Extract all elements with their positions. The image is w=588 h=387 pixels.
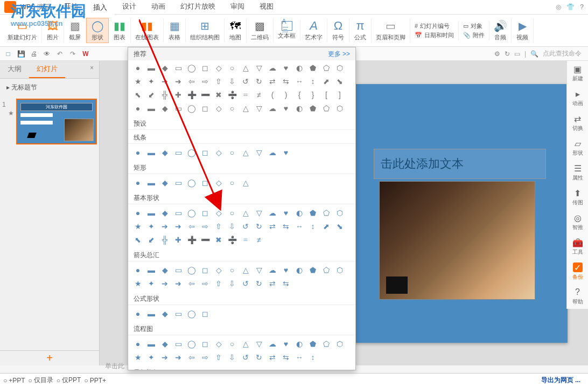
shape-item[interactable]: ⇄ xyxy=(268,77,277,86)
shape-item[interactable]: ⇦ xyxy=(187,279,196,288)
shape-item[interactable]: ◻ xyxy=(201,209,209,217)
shape-item[interactable]: ◯ xyxy=(187,104,196,113)
shape-item[interactable]: ◯ xyxy=(187,340,196,348)
shape-item[interactable]: ◯ xyxy=(187,266,196,274)
shape-item[interactable]: ◻ xyxy=(201,64,209,72)
shape-item[interactable]: ▬ xyxy=(147,178,156,187)
shape-item[interactable]: ⬠ xyxy=(322,104,331,113)
shape-item[interactable]: ⇩ xyxy=(228,279,236,288)
shape-item[interactable]: ▭ xyxy=(174,104,183,113)
shape-item[interactable]: ♥ xyxy=(282,209,290,217)
shape-item[interactable]: ○ xyxy=(228,64,236,72)
ribbon-screenshot[interactable]: ▩截屏 xyxy=(64,18,86,43)
shape-item[interactable]: ✚ xyxy=(174,236,183,244)
shape-item[interactable]: ▭ xyxy=(174,340,183,348)
shape-item[interactable]: ◯ xyxy=(187,178,196,187)
shape-item[interactable]: ( xyxy=(268,91,277,99)
shape-item[interactable]: ⬡ xyxy=(335,209,344,217)
ribbon-textbox[interactable]: A三文本框 xyxy=(274,20,300,41)
shape-item[interactable]: ⬉ xyxy=(134,91,142,99)
shape-item[interactable]: ⇆ xyxy=(282,353,290,362)
ribbon-audio[interactable]: 🔊音频 xyxy=(489,18,512,43)
shape-item[interactable]: ○ xyxy=(228,266,236,274)
shape-item[interactable]: ● xyxy=(134,209,142,217)
ribbon-object[interactable]: ▭对象 xyxy=(463,22,485,30)
shape-item[interactable]: ↔ xyxy=(295,353,304,362)
shape-item[interactable]: ⬡ xyxy=(335,64,344,72)
ribbon-chart[interactable]: ▮▮图表 xyxy=(109,18,131,43)
shape-item[interactable]: ⬠ xyxy=(322,64,331,72)
shape-item[interactable]: ☁ xyxy=(268,64,277,72)
shape-item[interactable]: ▽ xyxy=(255,209,263,217)
shape-item[interactable]: ⇩ xyxy=(228,77,236,86)
shape-item[interactable]: ▬ xyxy=(147,64,156,72)
slide-textbox[interactable]: 击此处添加文本 xyxy=(374,149,546,179)
shape-item[interactable]: ⬊ xyxy=(335,222,344,231)
shape-item[interactable]: ◐ xyxy=(295,266,304,274)
side-shape[interactable]: ▱形状 xyxy=(572,139,583,157)
ribbon-org-chart[interactable]: ⊞组织结构图 xyxy=(186,18,225,43)
tab-slideshow[interactable]: 幻灯片放映 xyxy=(173,0,223,16)
outline-tab-outline[interactable]: 大纲 xyxy=(0,61,29,78)
shape-item[interactable]: ➔ xyxy=(160,353,169,362)
side-new[interactable]: ▣新建 xyxy=(572,64,583,82)
shape-item[interactable]: ↻ xyxy=(255,222,263,231)
shape-item[interactable]: ↕ xyxy=(309,353,317,362)
section-label[interactable]: ▸ 无标题节 xyxy=(0,79,99,96)
shape-item[interactable]: ➜ xyxy=(174,279,183,288)
tab-animation[interactable]: 动画 xyxy=(144,0,173,16)
shape-item[interactable]: ● xyxy=(134,266,142,274)
shape-item[interactable]: ⇨ xyxy=(201,222,209,231)
shape-item[interactable]: ↻ xyxy=(255,353,263,362)
shape-item[interactable]: ➖ xyxy=(201,91,209,99)
shape-item[interactable]: ◆ xyxy=(160,64,169,72)
shape-item[interactable]: ↺ xyxy=(241,77,250,86)
shape-item[interactable]: ⇧ xyxy=(214,279,223,288)
shape-item[interactable]: ▭ xyxy=(174,64,183,72)
search-icon[interactable]: 🔍 xyxy=(530,50,538,58)
radio-only-ppt[interactable]: ○仅PPT xyxy=(57,376,81,385)
shape-item[interactable]: ○ xyxy=(228,209,236,217)
shape-item[interactable]: ＝ xyxy=(241,236,250,244)
ribbon-video[interactable]: ▶视频 xyxy=(512,18,534,43)
search-placeholder[interactable]: 点此查找命令 xyxy=(543,49,582,58)
shape-item[interactable]: ⬠ xyxy=(322,266,331,274)
shape-item[interactable]: ● xyxy=(134,104,142,113)
shape-item[interactable]: ⬈ xyxy=(322,222,331,231)
shape-item[interactable]: △ xyxy=(241,148,250,157)
shape-item[interactable]: ★ xyxy=(134,77,142,86)
shape-item[interactable]: △ xyxy=(241,64,250,72)
shape-item[interactable]: ⬟ xyxy=(309,209,317,217)
shape-item[interactable]: ● xyxy=(134,178,142,187)
shape-item[interactable]: ╬ xyxy=(160,236,169,244)
shape-item[interactable]: ○ xyxy=(228,178,236,187)
shape-item[interactable]: ⬡ xyxy=(335,340,344,348)
help-icon[interactable]: ? xyxy=(580,3,584,11)
shape-item[interactable]: ⇧ xyxy=(214,353,223,362)
ribbon-wordart[interactable]: A艺术字 xyxy=(300,18,327,43)
shape-item[interactable]: ● xyxy=(134,64,142,72)
shape-item[interactable]: ▭ xyxy=(174,148,183,157)
shape-item[interactable]: ⬈ xyxy=(322,77,331,86)
shape-item[interactable]: ⬟ xyxy=(309,64,317,72)
shape-item[interactable]: ╬ xyxy=(160,91,169,99)
shape-item[interactable]: ➜ xyxy=(174,77,183,86)
shape-item[interactable]: ○ xyxy=(228,148,236,157)
shape-item[interactable]: ✖ xyxy=(214,236,223,244)
shape-item[interactable]: ▭ xyxy=(174,178,183,187)
shape-item[interactable]: ◐ xyxy=(295,64,304,72)
ribbon-header-footer[interactable]: ▭页眉和页脚 xyxy=(372,18,410,43)
shape-item[interactable]: ▬ xyxy=(147,309,156,318)
shape-item[interactable]: ★ xyxy=(134,279,142,288)
side-properties[interactable]: ☰属性 xyxy=(572,163,583,182)
shape-item[interactable]: ▬ xyxy=(147,340,156,348)
shape-item[interactable]: ✚ xyxy=(174,91,183,99)
side-backup[interactable]: ✓备份 xyxy=(572,262,583,281)
shape-item[interactable]: ⬡ xyxy=(335,266,344,274)
radio-toc[interactable]: ○仅目录 xyxy=(29,376,53,385)
shape-item[interactable]: ● xyxy=(134,340,142,348)
ribbon-new-slide[interactable]: ▭新建幻灯片 xyxy=(3,18,42,43)
shape-item[interactable]: △ xyxy=(241,266,250,274)
shape-item[interactable]: ◻ xyxy=(201,340,209,348)
slide-thumbnail[interactable]: 河东软件园 xyxy=(16,99,97,144)
